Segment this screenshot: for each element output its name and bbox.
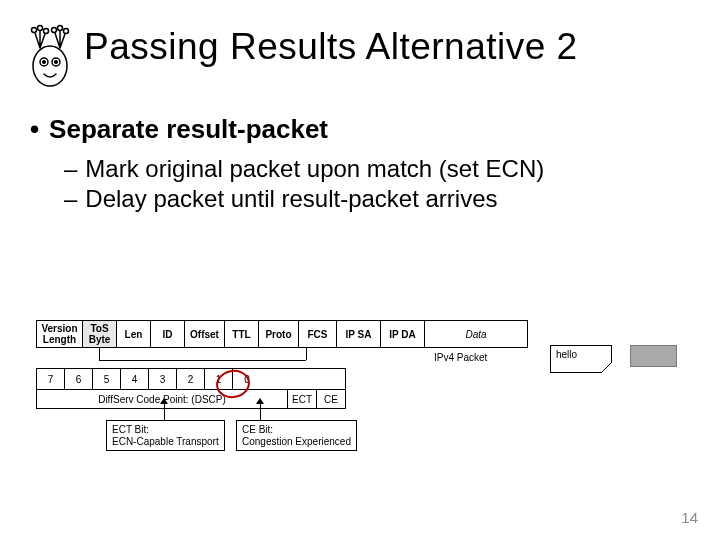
svg-point-7 bbox=[44, 29, 49, 34]
bit-cell: 1 bbox=[205, 369, 233, 389]
page-number: 14 bbox=[681, 509, 698, 526]
bit-cell: 5 bbox=[93, 369, 121, 389]
tos-bits-row: 7 6 5 4 3 2 1 0 bbox=[36, 368, 346, 390]
svg-point-5 bbox=[32, 28, 37, 33]
ce-description-box: CE Bit: Congestion Experienced bbox=[236, 420, 357, 451]
svg-point-8 bbox=[52, 28, 57, 33]
bit-cell: 7 bbox=[37, 369, 65, 389]
ipv4-header-row: Version Length ToS Byte Len ID Offset TT… bbox=[36, 320, 528, 348]
ipv4-field: ID bbox=[151, 321, 185, 347]
svg-marker-12 bbox=[256, 398, 264, 404]
svg-point-9 bbox=[58, 26, 63, 31]
ipv4-field: Proto bbox=[259, 321, 299, 347]
slide-title: Passing Results Alternative 2 bbox=[84, 26, 578, 68]
bullet-sub-2: –Delay packet until result-packet arrive… bbox=[64, 185, 690, 213]
connector-line bbox=[99, 360, 306, 361]
svg-point-3 bbox=[43, 61, 46, 64]
svg-marker-11 bbox=[160, 398, 168, 404]
ect-field: ECT bbox=[288, 390, 317, 408]
ipv4-field: Version Length bbox=[37, 321, 83, 347]
ipv4-field: Len bbox=[117, 321, 151, 347]
bit-cell: 6 bbox=[65, 369, 93, 389]
arrow-icon bbox=[160, 398, 168, 404]
ect-description-box: ECT Bit: ECN-Capable Transport bbox=[106, 420, 225, 451]
ipv4-field: FCS bbox=[299, 321, 337, 347]
mascot-icon bbox=[20, 18, 80, 90]
result-packet-box bbox=[630, 345, 677, 367]
ipv4-field: ToS Byte bbox=[83, 321, 117, 347]
bullet-sub-1: –Mark original packet upon match (set EC… bbox=[64, 155, 690, 183]
ipv4-field: IP DA bbox=[381, 321, 425, 347]
content-area: •Separate result-packet –Mark original p… bbox=[0, 90, 720, 213]
connector-line bbox=[99, 347, 100, 360]
ipv4-packet-label: IPv4 Packet bbox=[434, 352, 487, 363]
bullet-main: •Separate result-packet bbox=[30, 114, 690, 145]
ipv4-field: IP SA bbox=[337, 321, 381, 347]
bit-cell: 3 bbox=[149, 369, 177, 389]
bit-cell: 0 bbox=[233, 369, 261, 389]
bit-cell: 4 bbox=[121, 369, 149, 389]
tos-fields-row: DiffServ Code Point: (DSCP) ECT CE bbox=[36, 390, 346, 409]
svg-point-10 bbox=[64, 29, 69, 34]
ipv4-field: Data bbox=[425, 321, 527, 347]
connector-line bbox=[306, 347, 307, 360]
svg-point-0 bbox=[33, 46, 67, 86]
arrow-icon bbox=[256, 398, 264, 404]
svg-point-4 bbox=[55, 61, 58, 64]
ipv4-field: TTL bbox=[225, 321, 259, 347]
bit-cell: 2 bbox=[177, 369, 205, 389]
svg-point-6 bbox=[38, 26, 43, 31]
ipv4-diagram: Version Length ToS Byte Len ID Offset TT… bbox=[36, 320, 686, 470]
ipv4-field: Offset bbox=[185, 321, 225, 347]
ce-field: CE bbox=[317, 390, 345, 408]
note-fold-icon bbox=[601, 362, 612, 373]
